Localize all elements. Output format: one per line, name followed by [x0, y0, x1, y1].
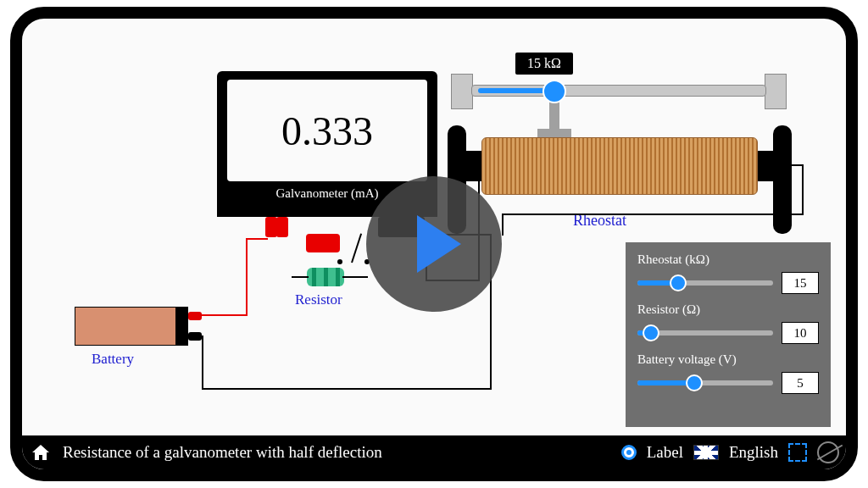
resistor-value-box[interactable]: 10 [782, 322, 819, 344]
resistor-band [336, 268, 340, 286]
knife-switch[interactable] [351, 233, 362, 263]
wire [342, 276, 368, 278]
battery-value-box[interactable]: 5 [782, 372, 819, 394]
switch-toggle[interactable] [306, 234, 340, 252]
battery-slider[interactable] [637, 380, 773, 385]
galvanometer-terminal-positive [265, 217, 277, 237]
resistor-slider[interactable] [637, 330, 773, 336]
battery-terminal-block [176, 307, 188, 346]
home-icon[interactable] [29, 442, 53, 463]
control-panel: Rheostat (kΩ) 15 Resistor (Ω) 10 [626, 242, 831, 427]
rheostat-coil [481, 137, 758, 195]
rheostat-slider-label: Rheostat (kΩ) [637, 252, 819, 267]
play-icon [417, 215, 461, 273]
uk-flag-icon [693, 445, 719, 460]
language-selector[interactable]: English [729, 443, 778, 462]
galvanometer-reading: 0.333 [281, 108, 373, 154]
fullscreen-icon[interactable] [788, 443, 807, 462]
tablet-frame: 0.333 Galvanometer (mA) Resistor Battery… [10, 7, 858, 481]
rheostat-axle-right [756, 151, 782, 181]
battery-terminal-negative [188, 332, 202, 341]
wire [202, 336, 203, 390]
wire [502, 214, 804, 215]
wire [202, 388, 492, 390]
wire [246, 238, 268, 240]
info-icon[interactable] [817, 441, 839, 463]
label-toggle-radio[interactable] [621, 445, 637, 460]
wire [502, 214, 504, 236]
resistor-band [312, 268, 316, 286]
label-toggle-text[interactable]: Label [647, 443, 683, 462]
bottom-bar: Resistance of a galvanometer with half d… [22, 435, 846, 469]
galvanometer-screen: 0.333 [227, 80, 427, 181]
knife-switch-hinge [337, 259, 342, 264]
wire [246, 238, 248, 316]
simulation-canvas: 0.333 Galvanometer (mA) Resistor Battery… [22, 19, 846, 469]
rheostat-value-display: 15 kΩ [515, 53, 573, 75]
resistor-band [324, 268, 328, 286]
battery-label: Battery [92, 351, 134, 368]
wire [292, 276, 309, 278]
wire [202, 314, 248, 316]
page-title: Resistance of a galvanometer with half d… [63, 443, 382, 462]
rheostat-rail-end-left [451, 74, 473, 109]
resistor-label: Resistor [295, 291, 342, 308]
wire [802, 164, 804, 215]
rheostat-rail-end-right [765, 74, 787, 109]
rheostat-value-box[interactable]: 15 [782, 272, 819, 294]
galvanometer-terminal-positive-2 [276, 217, 288, 237]
rheostat-slider[interactable] [637, 280, 773, 286]
play-button[interactable] [366, 176, 502, 312]
battery-terminal-positive [188, 312, 202, 320]
battery [75, 307, 176, 346]
resistor-slider-label: Resistor (Ω) [637, 302, 819, 317]
battery-slider-label: Battery voltage (V) [637, 352, 819, 367]
rheostat-wiper-knob[interactable] [542, 80, 566, 103]
